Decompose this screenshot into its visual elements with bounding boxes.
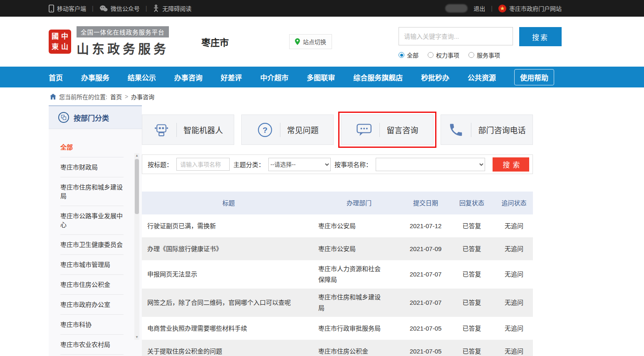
main-panel: 智能机器人?常见问题留言咨询部门咨询电话 按标题： 主题分类： --请选择-- … [142, 105, 533, 356]
table-row[interactable]: 关于提取住房公积金的问题枣庄市住房公积金2021-07-05已答复无追问 [142, 340, 533, 356]
row-department: 枣庄市住房和城乡建设局 [315, 289, 403, 317]
topbar-left: 移动客户端 | 微信公众号 | 无障碍阅读 [49, 4, 191, 12]
table-row[interactable]: 行驶证副页已满，需换新枣庄市公安局2021-07-12已答复无追问 [142, 214, 533, 237]
header-search-button[interactable]: 搜索 [519, 27, 562, 46]
question-icon: ? [257, 122, 273, 138]
nav-item-好差评[interactable]: 好差评 [221, 72, 242, 82]
wechat-label: 微信公众号 [111, 4, 140, 12]
tab-card-常见问题[interactable]: ?常见问题 [241, 115, 334, 145]
row-title: 申报网页无法显示 [142, 269, 315, 280]
divider: | [491, 5, 493, 12]
sidebar-item-全部[interactable]: 全部 [60, 137, 124, 157]
filter-bar: 按标题： 主题分类： --请选择-- 按事项名称： 搜索 [142, 154, 533, 174]
radio-label: 全部 [407, 51, 419, 59]
row-date: 2021-07-07 [403, 269, 448, 280]
seal-character: 中 [61, 33, 68, 40]
row-title: 办理《国际旅行健康证书》 [142, 244, 315, 254]
sidebar-header: 按部门分类 [49, 105, 142, 129]
seal-character: 國 [52, 33, 59, 40]
wechat-link[interactable]: 微信公众号 [99, 4, 140, 12]
column-header-回复状态: 回复状态 [448, 198, 495, 209]
tab-card-留言咨询[interactable]: 留言咨询 [341, 115, 433, 145]
topic-filter-select[interactable]: --请选择-- [268, 158, 331, 171]
divider: | [92, 5, 94, 12]
scope-radio-2[interactable]: 服务事项 [468, 51, 500, 59]
table-row[interactable]: 申报网页无法显示枣庄市人力资源和社会保障局2021-07-07已答复无追问 [142, 260, 533, 289]
keyword-search-input[interactable] [399, 27, 513, 45]
row-followup-status: 无追问 [495, 297, 533, 308]
table-row[interactable]: 办理《国际旅行健康证书》枣庄市公安局2021-07-09已答复无追问 [142, 237, 533, 260]
breadcrumb-separator: > [125, 93, 128, 100]
brand-title: 山东政务服务 [77, 39, 169, 57]
nav-item-多图联审[interactable]: 多图联审 [307, 72, 335, 82]
sidebar-item-枣庄市财政局[interactable]: 枣庄市财政局 [60, 157, 124, 177]
wechat-icon [99, 5, 108, 12]
row-reply-status: 已答复 [448, 221, 495, 232]
sidebar-title: 按部门分类 [74, 112, 109, 123]
divider [471, 123, 471, 137]
nav-item-首页[interactable]: 首页 [49, 72, 63, 82]
radio-label: 服务事项 [477, 51, 500, 59]
title-filter-input[interactable] [176, 158, 230, 171]
sidebar-item-枣庄市城市管理局[interactable]: 枣庄市城市管理局 [60, 255, 124, 275]
row-department: 枣庄市人力资源和社会保障局 [315, 260, 403, 289]
logout-link[interactable]: 退出 [473, 4, 485, 12]
breadcrumb-home[interactable]: 首页 [110, 92, 122, 101]
sidebar-item-枣庄市科协[interactable]: 枣庄市科协 [60, 315, 124, 335]
seal-character: 山 [61, 43, 68, 50]
tab-label: 常见问题 [287, 124, 319, 135]
scroll-up-arrow-icon[interactable]: ▲ [134, 153, 139, 158]
portal-label: 枣庄市政府门户网站 [509, 4, 562, 12]
site-switch-label: 站点切换 [303, 37, 326, 46]
row-title: 关于提取住房公积金的问题 [142, 346, 315, 356]
nav-item-秒批秒办[interactable]: 秒批秒办 [421, 72, 449, 82]
nav-item-结果公示[interactable]: 结果公示 [128, 72, 156, 82]
row-reply-status: 已答复 [448, 346, 495, 356]
table-row[interactable]: 网签之后，除了合同二维码，官网哪个入口可以查呢枣庄市住房和城乡建设局2021-0… [142, 289, 533, 317]
platform-badge: 全国一体化在线政务服务平台 [77, 26, 169, 37]
site-logo[interactable]: 中國山東 全国一体化在线政务服务平台 山东政务服务 [49, 26, 169, 57]
main-nav: 首页办事服务结果公示办事咨询好差评中介超市多图联审综合服务旗舰店秒批秒办公共资源… [0, 67, 644, 87]
row-followup-status: 无追问 [495, 269, 533, 280]
nav-item-办事咨询[interactable]: 办事咨询 [174, 72, 203, 82]
column-header-提交日期: 提交日期 [403, 198, 448, 209]
item-name-filter-select[interactable] [376, 158, 485, 171]
mobile-client-link[interactable]: 移动客户端 [49, 4, 86, 12]
sidebar-item-枣庄市农业农村局[interactable]: 枣庄市农业农村局 [60, 335, 124, 355]
sidebar-item-枣庄市住房和城乡建设局[interactable]: 枣庄市住房和城乡建设局 [60, 177, 124, 206]
scope-radio-1[interactable]: 权力事项 [428, 51, 459, 59]
tab-label: 智能机器人 [183, 124, 223, 135]
sidebar-scrollbar[interactable]: ▲ ▼ [134, 153, 139, 340]
tab-card-智能机器人[interactable]: 智能机器人 [142, 115, 234, 145]
home-icon [50, 94, 56, 100]
site-switch-button[interactable]: 站点切换 [289, 34, 332, 49]
nav-item-办事服务[interactable]: 办事服务 [81, 72, 109, 82]
location-pin-icon [295, 38, 300, 45]
sidebar-item-枣庄市政府办公室[interactable]: 枣庄市政府办公室 [60, 295, 124, 315]
table-header-row: 标题办理部门提交日期回复状态追问状态 [142, 192, 533, 214]
nav-item-使用帮助[interactable]: 使用帮助 [514, 69, 554, 85]
consultation-table: 标题办理部门提交日期回复状态追问状态 行驶证副页已满，需换新枣庄市公安局2021… [142, 192, 533, 356]
scope-radio-0[interactable]: 全部 [399, 51, 419, 59]
filter-search-button[interactable]: 搜索 [493, 157, 529, 172]
scrollbar-thumb[interactable] [135, 159, 139, 214]
portal-link[interactable]: ★ 枣庄市政府门户网站 [498, 4, 562, 12]
scroll-down-arrow-icon[interactable]: ▼ [134, 335, 139, 340]
radio-icon [468, 52, 474, 58]
nav-item-中介超市[interactable]: 中介超市 [260, 72, 288, 82]
topbar-right: 退出 | ★ 枣庄市政府门户网站 [445, 4, 562, 12]
accessibility-link[interactable]: 无障碍阅读 [153, 4, 191, 12]
sidebar-item-枣庄市卫生健康委员会[interactable]: 枣庄市卫生健康委员会 [60, 235, 124, 255]
nav-item-公共资源[interactable]: 公共资源 [468, 72, 496, 82]
sidebar-item-枣庄市住房公积金[interactable]: 枣庄市住房公积金 [60, 275, 124, 295]
breadcrumb-prefix: 您当前所在的位置: [59, 92, 107, 101]
table-row[interactable]: 电商营业执照办理需要哪些材料手续枣庄市行政审批服务局2021-07-05已答复无… [142, 317, 533, 340]
row-title: 行驶证副页已满，需换新 [142, 221, 315, 232]
sidebar-item-枣庄市公路事业发展中心[interactable]: 枣庄市公路事业发展中心 [60, 206, 124, 235]
tab-label: 部门咨询电话 [478, 124, 525, 135]
tab-card-部门咨询电话[interactable]: 部门咨询电话 [441, 115, 533, 145]
row-title: 电商营业执照办理需要哪些材料手续 [142, 323, 315, 334]
row-date: 2021-07-09 [403, 244, 448, 254]
row-department: 枣庄市住房公积金 [315, 343, 403, 356]
nav-item-综合服务旗舰店[interactable]: 综合服务旗舰店 [353, 72, 403, 82]
